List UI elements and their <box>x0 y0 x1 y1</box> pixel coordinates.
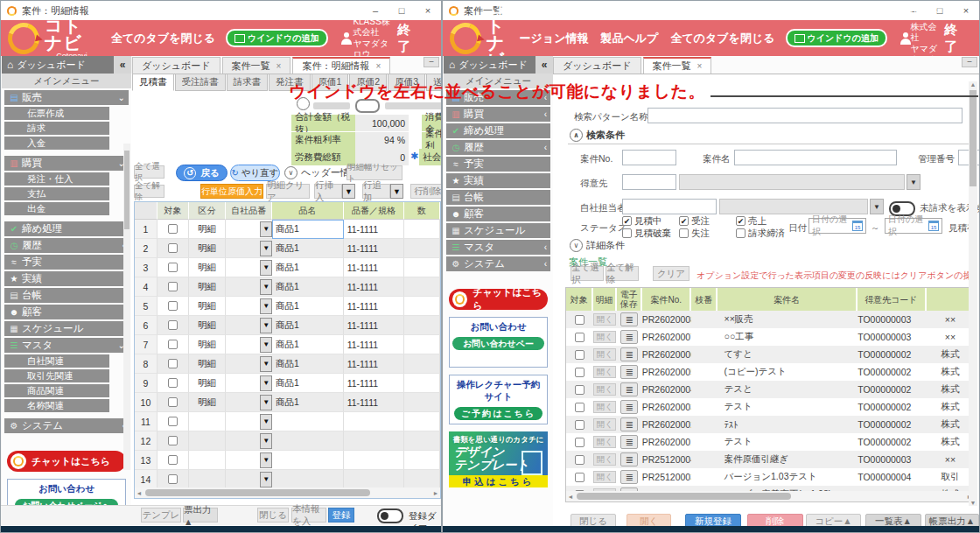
list-select-all-button[interactable]: 全て選択 <box>570 266 604 281</box>
item-dropdown[interactable]: ▼ <box>260 279 272 295</box>
item-name-cell[interactable]: 商品1 <box>272 297 344 316</box>
sidebar-item-ledger[interactable]: ▤台帳 <box>4 288 129 303</box>
row-checkbox[interactable] <box>575 473 584 482</box>
sidebar-item-purchase[interactable]: ▥購買‹ <box>446 107 550 122</box>
row-checkbox[interactable] <box>168 359 178 368</box>
item-dropdown[interactable]: ▼ <box>260 356 272 372</box>
grid-h-scrollbar[interactable]: ◄ ► <box>135 487 440 498</box>
row-checkbox[interactable] <box>575 333 584 342</box>
open-row-button[interactable]: 開く <box>593 366 616 378</box>
item-name-cell[interactable]: 商品1 <box>272 374 344 393</box>
subtab-4[interactable]: 発注書 <box>269 74 311 91</box>
basic-info-button[interactable]: 本情報を入 <box>291 508 326 522</box>
item-name-cell[interactable] <box>272 412 344 431</box>
flag-icon[interactable]: ✱ <box>410 151 418 165</box>
item-name-cell[interactable]: 商品1 <box>272 258 344 277</box>
user-block[interactable]: KLASS株式会社 ヤマダタロウ <box>340 17 398 60</box>
item-dropdown[interactable]: ▼ <box>260 395 272 410</box>
chat-button[interactable]: チャットはこちら <box>449 289 548 310</box>
row-checkbox[interactable] <box>575 368 584 377</box>
item-name-cell[interactable]: 商品1 <box>272 393 344 412</box>
item-dropdown[interactable]: ▼ <box>260 241 272 256</box>
maximize-icon[interactable]: □ <box>388 5 415 16</box>
template-button[interactable]: テンプレ <box>141 508 181 522</box>
electronic-save-icon[interactable]: ≣ <box>620 400 638 414</box>
sidebar-item-closing[interactable]: ✔締め処理 <box>446 123 550 138</box>
item-dropdown[interactable]: ▼ <box>260 452 272 468</box>
sidebar-item-master[interactable]: ☰マスタ⌄ <box>4 338 129 353</box>
row-checkbox[interactable] <box>575 315 584 325</box>
subtab-6[interactable]: 原価2 <box>349 74 387 91</box>
tab-1[interactable]: ダッシュボード <box>132 57 220 74</box>
row-checkbox[interactable] <box>168 340 178 349</box>
report-output-button[interactable]: 票出力▲ <box>183 508 218 522</box>
sidebar-home[interactable]: ⌂ ダッシュボード « <box>2 56 131 74</box>
sidebar-item-master[interactable]: ☰マスタ‹ <box>446 240 550 255</box>
sidebar-item-ledger[interactable]: ▤台帳 <box>446 190 550 205</box>
back-button[interactable]: ↺ 戻る <box>176 165 228 181</box>
date-from-picker[interactable]: 日付の選択15 <box>808 218 866 234</box>
row-checkbox[interactable] <box>168 243 178 253</box>
detail-clear-button[interactable]: 明細クリア <box>266 184 310 199</box>
row-cost-input-button[interactable]: 行単位原価入力 <box>200 184 263 199</box>
register-dialog-toggle[interactable] <box>377 508 403 523</box>
status-checkbox-失注[interactable]: 失注 <box>679 228 736 239</box>
sidebar-subitem[interactable]: 商品関連 <box>4 384 109 397</box>
search-pattern-input[interactable] <box>648 108 962 123</box>
design-template-banner[interactable]: 書類を思い通りのカタチに デザイン テンプレート 申込はこちら <box>449 431 548 487</box>
electronic-save-icon[interactable]: ≣ <box>620 347 638 361</box>
sidebar-item-system[interactable]: ⚙システム‹ <box>446 256 550 271</box>
item-dropdown[interactable]: ▼ <box>260 260 272 276</box>
sidebar-subitem[interactable]: 出金 <box>4 202 109 215</box>
case-no-input[interactable] <box>622 150 676 165</box>
list-clear-button[interactable]: クリア <box>653 266 690 281</box>
banner-apply-button[interactable]: 申込はこちら <box>449 475 548 487</box>
item-dropdown[interactable]: ▼ <box>260 472 272 487</box>
item-name-cell[interactable] <box>272 451 344 470</box>
date-to-picker[interactable]: 日付の選択15 <box>885 218 942 234</box>
item-name-cell[interactable]: 商品1 <box>272 354 344 374</box>
open-row-button[interactable]: 開く <box>593 313 616 326</box>
electronic-save-icon[interactable]: ≣ <box>620 382 638 396</box>
detail-cond-section[interactable]: ∨ 詳細条件 <box>570 239 625 252</box>
row-checkbox[interactable] <box>168 474 178 484</box>
tab-strip-minimize[interactable]: – <box>962 57 977 67</box>
tab-close-icon[interactable]: × <box>375 61 381 71</box>
sidebar-subitem[interactable]: 名称関連 <box>4 399 109 412</box>
exit-button[interactable]: 終了 <box>944 22 957 55</box>
row-checkbox[interactable] <box>168 417 178 426</box>
item-name-cell[interactable]: 商品1 <box>272 335 344 354</box>
sidebar-item-history[interactable]: ◷履歴‹ <box>4 238 129 253</box>
electronic-save-icon[interactable]: ≣ <box>620 452 638 466</box>
add-window-button[interactable]: ウインドウの追加 <box>786 29 887 47</box>
sidebar-subitem[interactable]: 伝票作成 <box>4 107 109 120</box>
item-name-cell[interactable]: 商品1 <box>272 220 344 239</box>
item-dropdown[interactable]: ▼ <box>260 433 272 449</box>
tokuisaki-name-input[interactable] <box>679 174 905 190</box>
menu-product-help[interactable]: 製品ヘルプ <box>600 31 658 46</box>
item-name-cell[interactable] <box>272 431 344 451</box>
menu-version-info[interactable]: ージョン情報 <box>520 31 589 46</box>
electronic-save-icon[interactable]: ≣ <box>620 330 638 344</box>
item-name-cell[interactable]: 商品1 <box>272 239 344 258</box>
open-row-button[interactable]: 開く <box>593 383 616 396</box>
sidebar-item-schedule[interactable]: ▦スケジュール <box>446 223 550 238</box>
row-checkbox[interactable] <box>168 378 178 388</box>
sidebar-item-closing[interactable]: ✔締め処理 <box>4 221 129 236</box>
tab-3[interactable]: 案件：明細情報× <box>292 57 390 74</box>
row-checkbox[interactable] <box>168 320 178 330</box>
sidebar-subitem[interactable]: 取引先関連 <box>4 369 109 382</box>
close-button[interactable]: 閉じる <box>257 508 289 522</box>
close-icon[interactable]: × <box>953 5 979 16</box>
tokuisaki-dropdown[interactable]: ▼ <box>906 174 920 190</box>
item-name-cell[interactable]: 商品1 <box>272 316 344 335</box>
lecture-reserve-button[interactable]: ご予約はこちら <box>454 407 542 420</box>
sidebar-scrollbar[interactable] <box>123 144 130 470</box>
sidebar-collapse-button[interactable]: « <box>114 56 131 74</box>
electronic-save-icon[interactable]: ≣ <box>620 312 638 326</box>
sidebar-item-forecast[interactable]: ≈予実 <box>446 157 550 172</box>
sidebar-item-forecast[interactable]: ≈予実 <box>4 255 129 270</box>
row-checkbox[interactable] <box>575 385 584 395</box>
tab-2[interactable]: 案件一覧× <box>643 57 712 74</box>
row-checkbox[interactable] <box>168 436 178 445</box>
